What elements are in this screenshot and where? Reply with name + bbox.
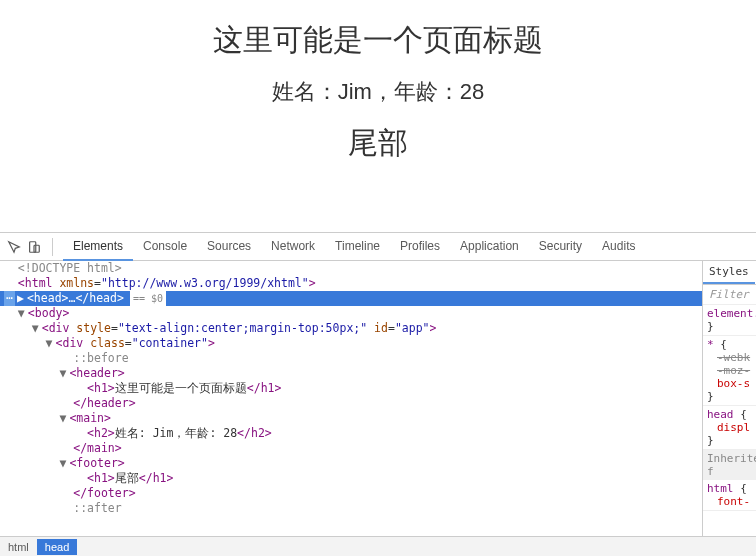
- tab-sources[interactable]: Sources: [197, 233, 261, 261]
- crumb-head[interactable]: head: [37, 539, 77, 555]
- rule-html[interactable]: html {font-: [703, 480, 756, 511]
- page-title: 这里可能是一个页面标题: [0, 20, 756, 61]
- inspect-icon[interactable]: [6, 239, 22, 255]
- device-icon[interactable]: [26, 239, 42, 255]
- devtools-panel: Elements Console Sources Network Timelin…: [0, 232, 756, 556]
- dom-app[interactable]: ▼<div style="text-align:center;margin-to…: [0, 321, 702, 336]
- tab-audits[interactable]: Audits: [592, 233, 645, 261]
- tab-timeline[interactable]: Timeline: [325, 233, 390, 261]
- dom-container[interactable]: ▼<div class="container">: [0, 336, 702, 351]
- tab-elements[interactable]: Elements: [63, 233, 133, 261]
- dom-header-close[interactable]: </header>: [0, 396, 702, 411]
- dom-h1[interactable]: <h1>这里可能是一个页面标题</h1>: [0, 381, 702, 396]
- dom-h2[interactable]: <h2>姓名: Jim，年龄: 28</h2>: [0, 426, 702, 441]
- inherited-label: Inherited f: [703, 450, 756, 480]
- svg-rect-1: [34, 245, 39, 252]
- styles-tabs: Styles C: [703, 261, 756, 285]
- devtools-toolbar: Elements Console Sources Network Timelin…: [0, 233, 756, 261]
- styles-filter[interactable]: Filter: [703, 285, 756, 305]
- dom-tree[interactable]: <!DOCTYPE html> <html xmlns="http://www.…: [0, 261, 702, 536]
- tab-application[interactable]: Application: [450, 233, 529, 261]
- page-info: 姓名：Jim，年龄：28: [0, 77, 756, 107]
- rendered-page: 这里可能是一个页面标题 姓名：Jim，年龄：28 尾部: [0, 20, 756, 164]
- dom-main[interactable]: ▼<main>: [0, 411, 702, 426]
- dom-fh1[interactable]: <h1>尾部</h1>: [0, 471, 702, 486]
- styles-tab-styles[interactable]: Styles: [703, 261, 755, 284]
- dom-after[interactable]: ::after: [0, 501, 702, 516]
- tab-network[interactable]: Network: [261, 233, 325, 261]
- dom-head-selected[interactable]: ⋯▶ <head>…</head>== $0: [0, 291, 702, 306]
- dom-html[interactable]: <html xmlns="http://www.w3.org/1999/xhtm…: [0, 276, 702, 291]
- tab-console[interactable]: Console: [133, 233, 197, 261]
- rule-head[interactable]: head {displ}: [703, 406, 756, 450]
- styles-pane: Styles C Filter element.} * {-webk-moz-b…: [702, 261, 756, 536]
- rule-element[interactable]: element.}: [703, 305, 756, 336]
- dom-footer-close[interactable]: </footer>: [0, 486, 702, 501]
- dom-header[interactable]: ▼<header>: [0, 366, 702, 381]
- devtools-tabs: Elements Console Sources Network Timelin…: [63, 233, 645, 261]
- dom-doctype[interactable]: <!DOCTYPE html>: [0, 261, 702, 276]
- tab-security[interactable]: Security: [529, 233, 592, 261]
- dom-footer[interactable]: ▼<footer>: [0, 456, 702, 471]
- svg-rect-0: [30, 241, 36, 252]
- rule-star[interactable]: * {-webk-moz-box-s}: [703, 336, 756, 406]
- page-footer: 尾部: [0, 123, 756, 164]
- tab-profiles[interactable]: Profiles: [390, 233, 450, 261]
- dom-main-close[interactable]: </main>: [0, 441, 702, 456]
- breadcrumb: html head: [0, 536, 756, 556]
- devtools-main: <!DOCTYPE html> <html xmlns="http://www.…: [0, 261, 756, 536]
- toolbar-divider: [52, 238, 53, 256]
- dom-before[interactable]: ::before: [0, 351, 702, 366]
- crumb-html[interactable]: html: [0, 539, 37, 555]
- dom-body[interactable]: ▼<body>: [0, 306, 702, 321]
